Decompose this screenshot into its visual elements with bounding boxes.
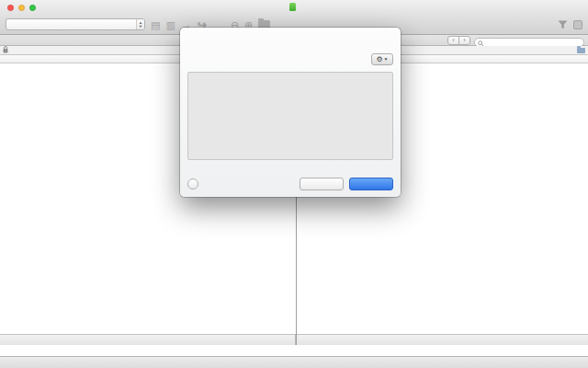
titlebar [0,0,588,15]
forward-button[interactable]: › [458,36,470,45]
dialog-footer [187,178,393,190]
visualdiffer-window: ▲▼ ▤ ▥ → ↪ ⊖ ⊕ ‹ › [0,0,588,368]
cancel-button[interactable] [300,178,344,190]
chevron-down-icon: ▼ [384,56,389,62]
dialog-header: ⚙▼ [187,52,393,65]
help-button[interactable] [187,178,198,190]
document-icon [289,3,296,11]
right-pane-status [297,334,588,345]
folder-icon [577,48,585,53]
compare-mode-popup[interactable]: ▲▼ [6,18,145,30]
list-view-icon[interactable]: ▤ [151,16,160,34]
gear-icon: ⚙ [376,55,382,63]
rules-box [187,72,393,160]
filter-funnel-icon[interactable] [558,17,568,33]
lock-icon [3,46,8,54]
panel-toggle-icon[interactable] [573,20,582,29]
gear-menu-button[interactable]: ⚙▼ [371,53,393,65]
column-view-icon[interactable]: ▥ [165,16,175,34]
status-summary [0,356,588,368]
ok-button[interactable] [349,178,393,190]
file-filters-dialog: ⚙▼ [180,28,401,197]
popup-chevrons-icon: ▲▼ [136,19,144,29]
window-title-wrap [0,0,588,15]
left-pane-status [0,334,296,345]
